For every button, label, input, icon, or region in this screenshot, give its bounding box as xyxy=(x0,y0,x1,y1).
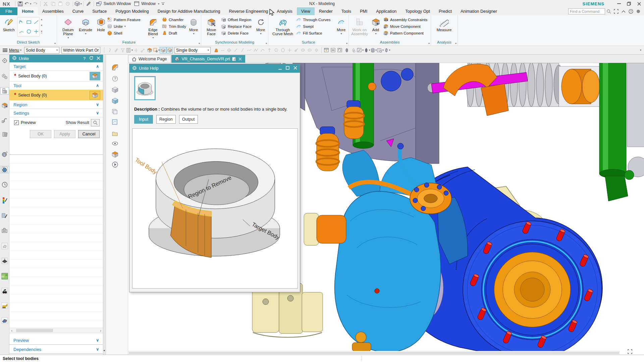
arc-icon[interactable] xyxy=(18,27,25,36)
info-icon[interactable]: i xyxy=(1,150,8,158)
selection-list-icon[interactable]: ▾ xyxy=(126,47,133,54)
tab-reverse-engineering[interactable]: Reverse Engineering xyxy=(225,7,273,15)
replace-face-button[interactable]: Replace Face xyxy=(221,23,254,29)
add-component-strip-icon[interactable] xyxy=(1,102,8,109)
fill-surface-button[interactable]: Fill Surface xyxy=(296,30,333,36)
spline-snap-icon[interactable] xyxy=(246,47,253,54)
synchronous-more-button[interactable]: More▾ xyxy=(254,16,267,36)
customize-quick-access-icon[interactable] xyxy=(159,0,167,7)
chamfer-button[interactable]: Chamfer xyxy=(162,16,191,23)
target-select-body-row[interactable]: * Select Body (0) xyxy=(9,71,103,81)
sketch-scroll-arrows[interactable]: ▴▾▾ xyxy=(41,18,42,33)
shell-button[interactable]: Shell xyxy=(107,30,143,36)
tab-render[interactable]: Render xyxy=(315,7,337,15)
tab-polygon-modeling[interactable]: Polygon Modeling xyxy=(111,7,153,15)
selection-scope-select[interactable]: Single Body▾ xyxy=(174,47,211,54)
edit-object-display-icon[interactable]: ▾ xyxy=(377,47,384,54)
work-on-assembly-button[interactable]: Work on Assembly xyxy=(350,16,369,36)
settings-gears-icon[interactable] xyxy=(1,73,8,80)
draft-wedge-icon[interactable] xyxy=(213,47,219,54)
dialog-close-icon[interactable] xyxy=(97,56,100,61)
part-navigator-icon[interactable] xyxy=(0,87,9,95)
panel-resize-gutter[interactable]: ◂ xyxy=(103,55,106,355)
measure-button[interactable]: Measure xyxy=(435,16,453,32)
move-anchor-icon[interactable] xyxy=(133,47,140,54)
render-style-icon[interactable]: ▾ xyxy=(364,47,370,54)
settings-section-header[interactable]: Settings∨ xyxy=(9,109,103,117)
point-icon[interactable] xyxy=(33,27,40,36)
shaded-toggle-icon[interactable] xyxy=(160,47,166,54)
repeat-command-icon[interactable] xyxy=(64,0,71,7)
tab-assemblies[interactable]: Assemblies xyxy=(38,7,68,15)
datum-plane-button[interactable]: Datum Plane▾ xyxy=(60,16,76,40)
layers-icon[interactable] xyxy=(111,107,119,116)
profile-icon[interactable] xyxy=(18,17,25,27)
menu-dropdown-icon[interactable]: ▾ xyxy=(20,49,21,52)
line2-snap-icon[interactable] xyxy=(239,47,246,54)
scroll-thumb[interactable] xyxy=(16,329,53,332)
redo-icon[interactable] xyxy=(32,0,39,7)
tab-surface[interactable]: Surface xyxy=(88,7,111,15)
tab-analysis[interactable]: Analysis xyxy=(272,7,297,15)
circle-icon[interactable] xyxy=(25,27,33,36)
viewport-fullscreen-icon[interactable] xyxy=(626,349,634,355)
tab-predict[interactable]: Predict xyxy=(434,7,456,15)
diamond-snap-icon[interactable] xyxy=(313,47,320,54)
appearance-icon[interactable]: ▾ xyxy=(384,47,390,54)
sketch-window-icon[interactable] xyxy=(111,118,119,127)
thumbnail-terrain[interactable] xyxy=(1,273,8,280)
part-cube-icon[interactable] xyxy=(111,85,119,94)
help-maximize-icon[interactable] xyxy=(286,66,289,71)
edge-blend-button[interactable]: Edge Blend▾ xyxy=(145,16,161,40)
tab-tools[interactable]: Tools xyxy=(337,7,356,15)
orange-box-icon[interactable] xyxy=(111,150,119,159)
tab-design-additive[interactable]: Design for Additive Manufacturing xyxy=(153,7,225,15)
cylinder-style-icon[interactable]: ▾ xyxy=(370,47,377,54)
tangent-snap-icon[interactable] xyxy=(293,47,300,54)
curve-snap-icon[interactable] xyxy=(259,47,266,54)
line-snap-icon[interactable] xyxy=(232,47,239,54)
help-close-icon[interactable] xyxy=(293,66,297,71)
filter-pencil-icon[interactable] xyxy=(113,47,119,54)
unite-button[interactable]: Unite▾ xyxy=(107,23,143,29)
find-command-input[interactable] xyxy=(568,8,605,14)
tool-section-header[interactable]: Tool∧ xyxy=(9,81,103,90)
window-menu-label[interactable]: Window xyxy=(141,1,156,6)
roller-gear-icon[interactable] xyxy=(1,57,8,64)
group-dialog-launcher[interactable]: ▾ xyxy=(455,42,457,45)
menu-hamburger-icon[interactable] xyxy=(3,49,7,52)
help-icon[interactable]: ? xyxy=(627,8,635,15)
toolbar-overflow-icon[interactable]: ▾ xyxy=(640,49,644,52)
show-result-button[interactable] xyxy=(91,119,100,126)
point-target-icon[interactable] xyxy=(226,47,232,54)
tool-select-body-row[interactable]: * Select Body (0) xyxy=(9,90,103,101)
target-section-header[interactable]: Target∧ xyxy=(9,62,103,71)
help-tab-output[interactable]: Output xyxy=(179,115,198,124)
add-component-button[interactable]: Add▾ xyxy=(370,16,382,36)
arrow-up-snap-icon[interactable] xyxy=(266,47,273,54)
circle-center-snap-icon[interactable] xyxy=(273,47,279,54)
delete-face-button[interactable]: Delete Face xyxy=(221,30,254,36)
window-icon[interactable] xyxy=(133,0,140,7)
wireframe-toggle-icon[interactable] xyxy=(166,47,173,54)
clamp-icon[interactable] xyxy=(1,116,8,124)
show-only-icon[interactable] xyxy=(323,47,330,54)
sketch-button[interactable]: Sketch xyxy=(1,16,16,32)
target-body-button[interactable] xyxy=(90,72,100,80)
fit-view-icon[interactable] xyxy=(330,47,337,54)
cancel-button[interactable]: Cancel xyxy=(78,130,100,138)
thumbnail-sketch-part[interactable] xyxy=(1,242,8,250)
web-browser-icon[interactable] xyxy=(0,166,9,173)
tab-welcome-page[interactable]: Welcome Page xyxy=(128,55,171,63)
save-icon[interactable] xyxy=(17,0,24,7)
offset-region-button[interactable]: Offset Region xyxy=(221,16,254,23)
color-scale-icon[interactable] xyxy=(1,197,8,204)
pattern-component-button[interactable]: Pattern Component xyxy=(383,30,430,36)
assembly-constraints-button[interactable]: Assembly Constraints xyxy=(383,16,430,23)
switch-window-icon[interactable] xyxy=(95,0,103,7)
face2-snap-icon[interactable] xyxy=(306,47,313,54)
visibility-eye-icon[interactable] xyxy=(111,139,119,148)
tab-application[interactable]: Application xyxy=(372,7,401,15)
apply-button[interactable]: Apply xyxy=(54,130,75,138)
empty-tree-area[interactable] xyxy=(9,155,103,328)
